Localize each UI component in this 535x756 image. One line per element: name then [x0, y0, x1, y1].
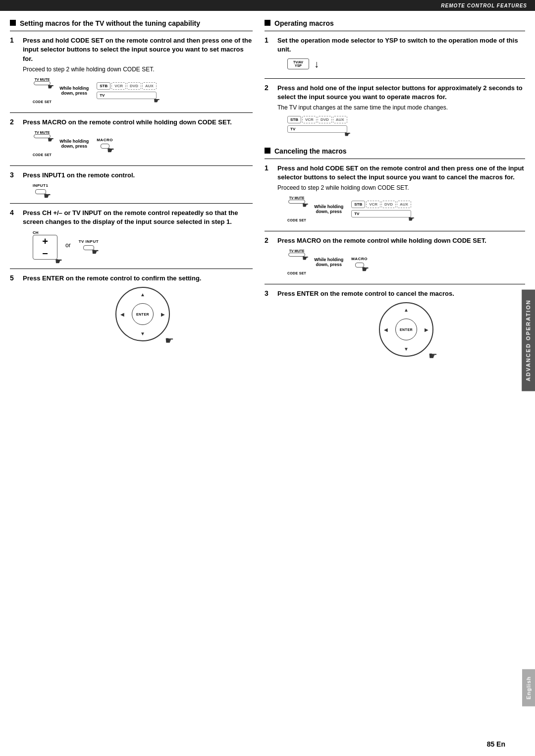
tv-mute-label: TV MUTE: [35, 78, 50, 81]
step-1: 1 Press and hold CODE SET on the remote …: [10, 36, 253, 107]
can-step-2: 2 Press MACRO on the remote control whil…: [265, 236, 525, 279]
tv-mute-group: TV MUTE CODE SET: [33, 78, 52, 104]
operating-square: [265, 20, 270, 26]
canceling-divider: [265, 159, 525, 159]
arrow-left-can: ◀: [384, 327, 388, 332]
ch-label: CH: [33, 230, 39, 235]
op-step-1-divider: [265, 78, 525, 79]
macro-label: MACRO: [97, 138, 113, 143]
enter-circle-wrap: ▲ ▼ ◀ ▶ ENTER ☛: [115, 287, 170, 341]
op-step-1-num: 1: [265, 36, 273, 73]
vcr-btn-1: VCR: [111, 82, 126, 90]
left-section-heading: Setting macros for the TV without the tu…: [10, 19, 253, 28]
input1-illus: INPUT1 ☛: [33, 184, 48, 194]
input-row-top-1: STB VCR DVD AUX: [97, 82, 157, 90]
can-step-2-illustration: TV MUTE CODE SET While holdingdown, pres…: [287, 249, 525, 275]
op-step-2-illustration: STB VCR DVD AUX TV: [287, 116, 525, 133]
op-step-2-title: Press and hold one of the input selector…: [277, 84, 525, 102]
tv-mute-group-can2: TV MUTE CODE SET: [287, 249, 306, 275]
can-step-3-num: 3: [265, 289, 273, 361]
dvd-btn-op2: DVD: [318, 116, 332, 123]
tv-mute-btn-2: [34, 134, 51, 138]
advanced-operation-label: ADVANCED OPERATION: [525, 299, 531, 381]
macro-btn: ☛: [101, 144, 109, 149]
stb-btn-1: STB: [97, 82, 110, 90]
while-holding-1: While holdingdown, press: [59, 86, 89, 96]
can-step-3: 3 Press ENTER on the remote control to c…: [265, 289, 525, 361]
step-5-content: Press ENTER on the remote control to con…: [23, 274, 253, 345]
step-4: 4 Press CH +/– or TV INPUT on the remote…: [10, 209, 253, 264]
macro-illus-can2: MACRO ☛: [351, 257, 368, 268]
step-4-illustration: CH + – ☛ or TV INPUT ☛: [33, 230, 253, 260]
input-row-op2: STB VCR DVD AUX TV: [287, 116, 347, 133]
step-5-illustration: ▲ ▼ ◀ ▶ ENTER ☛: [33, 287, 253, 341]
vcr-btn-op2: VCR: [302, 116, 317, 123]
can-step-1-divider: [265, 231, 525, 231]
op-step-1: 1 Set the operation mode selector to YSP…: [265, 36, 525, 73]
can-step-1-title: Press and hold CODE SET on the remote co…: [277, 164, 525, 182]
step-2: 2 Press MACRO on the remote control whil…: [10, 118, 253, 161]
ch-group: CH + – ☛: [33, 230, 57, 260]
step-1-body: Proceed to step 2 while holding down COD…: [23, 65, 253, 74]
tv-btn-1: TV: [97, 92, 157, 99]
aux-btn-can1: AUX: [397, 201, 411, 208]
step-3-illustration: INPUT1 ☛: [33, 184, 253, 194]
enter-circle-can-wrap: ▲ ▼ ◀ ▶ ENTER ☛: [379, 302, 433, 357]
input1-btn: ☛: [35, 189, 46, 194]
tv-mute-can2: TV MUTE: [289, 249, 305, 253]
while-holding-can1: While holdingdown, press: [314, 204, 343, 214]
step-3-num: 3: [10, 171, 19, 198]
operating-heading-text: Operating macros: [274, 19, 334, 28]
can-step-3-title: Press ENTER on the remote control to can…: [277, 289, 525, 298]
macro-btn-can2: ☛: [355, 263, 364, 268]
arrow-up: ▲: [140, 292, 145, 297]
enter-inner-btn: ENTER: [132, 303, 154, 325]
step-3: 3 Press INPUT1 on the remote control. IN…: [10, 171, 253, 198]
tv-mute-label-2: TV MUTE: [35, 131, 50, 134]
stb-btn-can1: STB: [351, 201, 365, 208]
plus-sign: +: [42, 236, 48, 247]
step-5-title: Press ENTER on the remote control to con…: [23, 274, 253, 283]
tv-mute-group-can1: TV MUTE CODE SET: [287, 196, 306, 222]
ch-btn: + – ☛: [33, 235, 57, 260]
step-5-num: 5: [10, 274, 19, 345]
heading-square: [10, 20, 16, 26]
tvav-ysp-wrap: TV/AV YSP ↓: [287, 58, 309, 69]
op-step-2-num: 2: [265, 84, 273, 137]
op-step-2-body: The TV input changes at the same time th…: [277, 104, 525, 112]
can-step-1-illustration: TV MUTE CODE SET While holdingdown, pres…: [287, 196, 525, 222]
can-step-1: 1 Press and hold CODE SET on the remote …: [265, 164, 525, 226]
step-2-illustration: TV MUTE CODE SET While holdingdown, pres…: [33, 131, 253, 157]
step-1-num: 1: [10, 36, 19, 107]
can-step-1-content: Press and hold CODE SET on the remote co…: [277, 164, 525, 226]
aux-btn-1: AUX: [142, 82, 157, 90]
enter-finger: ☛: [165, 334, 174, 346]
step-3-content: Press INPUT1 on the remote control. INPU…: [23, 171, 253, 198]
step-2-num: 2: [10, 118, 19, 161]
enter-label-can: ENTER: [400, 328, 413, 331]
english-tab: English: [522, 669, 535, 706]
tv-input-label: TV INPUT: [79, 240, 99, 244]
step-2-divider: [10, 165, 253, 166]
page-number: 85 En: [487, 740, 505, 748]
step-3-title: Press INPUT1 on the remote control.: [23, 171, 253, 180]
tv-input-btn: ☛: [83, 245, 94, 250]
can-step-2-title: Press MACRO on the remote control while …: [277, 236, 525, 245]
can-step-2-divider: [265, 284, 525, 284]
arrow-left: ◀: [120, 312, 124, 317]
enter-circle-can: ▲ ▼ ◀ ▶ ENTER: [379, 302, 433, 357]
canceling-heading-text: Canceling the macros: [274, 147, 347, 156]
tvav-label: TV/AV: [291, 60, 306, 64]
can-step-1-body: Proceed to step 2 while holding down COD…: [277, 184, 525, 192]
tv-mute-btn: [34, 81, 51, 85]
english-label: English: [526, 676, 532, 700]
step-1-content: Press and hold CODE SET on the remote co…: [23, 36, 253, 107]
op-step-2: 2 Press and hold one of the input select…: [265, 84, 525, 137]
canceling-square: [265, 148, 270, 154]
main-content: Setting macros for the TV without the tu…: [0, 11, 535, 376]
step-2-title: Press MACRO on the remote control while …: [23, 118, 253, 127]
step2-holding-group: While holdingdown, press: [59, 139, 89, 149]
left-column: Setting macros for the TV without the tu…: [10, 19, 253, 366]
step-1-illustration: TV MUTE CODE SET While holdingdown, pres…: [33, 78, 253, 104]
step-3-divider: [10, 203, 253, 204]
